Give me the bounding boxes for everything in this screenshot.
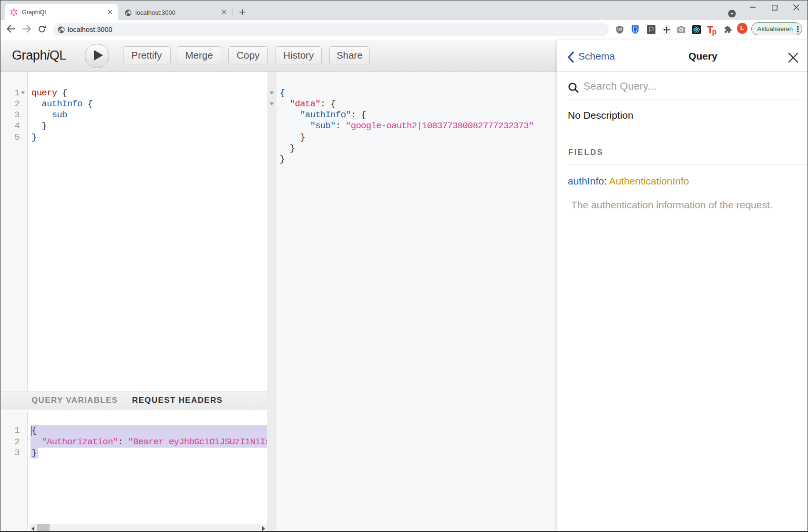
svg-text:UO: UO	[617, 28, 622, 31]
